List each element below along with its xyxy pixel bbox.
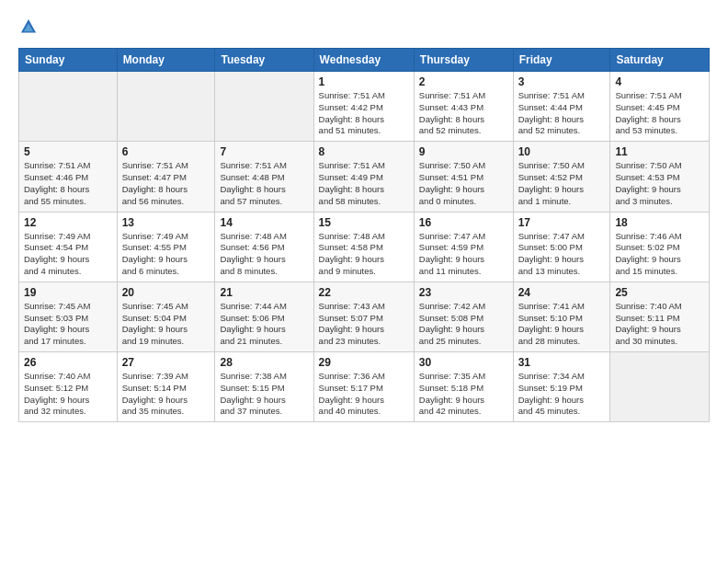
calendar-cell: 18Sunrise: 7:46 AM Sunset: 5:02 PM Dayli… [610, 212, 710, 282]
calendar-cell: 6Sunrise: 7:51 AM Sunset: 4:47 PM Daylig… [117, 142, 215, 212]
day-number: 2 [419, 75, 508, 88]
day-info: Sunrise: 7:39 AM Sunset: 5:14 PM Dayligh… [122, 371, 210, 418]
day-info: Sunrise: 7:48 AM Sunset: 4:56 PM Dayligh… [220, 231, 308, 278]
day-info: Sunrise: 7:50 AM Sunset: 4:51 PM Dayligh… [419, 160, 508, 207]
day-info: Sunrise: 7:51 AM Sunset: 4:43 PM Dayligh… [419, 90, 508, 137]
page: SundayMondayTuesdayWednesdayThursdayFrid… [0, 0, 728, 433]
day-info: Sunrise: 7:46 AM Sunset: 5:02 PM Dayligh… [615, 231, 704, 278]
day-info: Sunrise: 7:51 AM Sunset: 4:49 PM Dayligh… [319, 160, 409, 207]
calendar-cell: 3Sunrise: 7:51 AM Sunset: 4:44 PM Daylig… [513, 72, 610, 142]
calendar-cell: 5Sunrise: 7:51 AM Sunset: 4:46 PM Daylig… [19, 142, 118, 212]
header [18, 17, 710, 37]
day-info: Sunrise: 7:48 AM Sunset: 4:58 PM Dayligh… [319, 231, 409, 278]
calendar-cell: 1Sunrise: 7:51 AM Sunset: 4:42 PM Daylig… [313, 72, 414, 142]
day-number: 5 [24, 145, 112, 158]
day-info: Sunrise: 7:45 AM Sunset: 5:04 PM Dayligh… [122, 301, 210, 348]
calendar-cell: 7Sunrise: 7:51 AM Sunset: 4:48 PM Daylig… [215, 142, 313, 212]
day-number: 23 [419, 286, 508, 299]
calendar-cell: 16Sunrise: 7:47 AM Sunset: 4:59 PM Dayli… [414, 212, 513, 282]
day-number: 11 [615, 145, 704, 158]
calendar-week-row: 12Sunrise: 7:49 AM Sunset: 4:54 PM Dayli… [19, 212, 710, 282]
logo-icon [18, 17, 39, 37]
day-of-week-header: Wednesday [313, 49, 414, 72]
day-info: Sunrise: 7:44 AM Sunset: 5:06 PM Dayligh… [220, 301, 308, 348]
day-info: Sunrise: 7:35 AM Sunset: 5:18 PM Dayligh… [419, 371, 508, 418]
day-number: 15 [319, 216, 409, 229]
day-number: 10 [518, 145, 606, 158]
calendar: SundayMondayTuesdayWednesdayThursdayFrid… [18, 48, 710, 422]
day-number: 14 [220, 216, 308, 229]
calendar-cell: 25Sunrise: 7:40 AM Sunset: 5:11 PM Dayli… [610, 282, 710, 351]
day-number: 1 [319, 75, 409, 88]
day-info: Sunrise: 7:50 AM Sunset: 4:53 PM Dayligh… [615, 160, 704, 207]
day-number: 28 [220, 356, 308, 369]
calendar-cell [19, 72, 118, 142]
day-number: 4 [615, 75, 704, 88]
day-number: 31 [518, 356, 606, 369]
day-info: Sunrise: 7:40 AM Sunset: 5:12 PM Dayligh… [24, 371, 112, 418]
calendar-cell: 2Sunrise: 7:51 AM Sunset: 4:43 PM Daylig… [414, 72, 513, 142]
day-info: Sunrise: 7:51 AM Sunset: 4:45 PM Dayligh… [615, 90, 704, 137]
calendar-cell: 30Sunrise: 7:35 AM Sunset: 5:18 PM Dayli… [414, 352, 513, 422]
calendar-cell: 11Sunrise: 7:50 AM Sunset: 4:53 PM Dayli… [610, 142, 710, 212]
calendar-week-row: 5Sunrise: 7:51 AM Sunset: 4:46 PM Daylig… [19, 142, 710, 212]
calendar-cell: 10Sunrise: 7:50 AM Sunset: 4:52 PM Dayli… [513, 142, 610, 212]
day-info: Sunrise: 7:41 AM Sunset: 5:10 PM Dayligh… [518, 301, 606, 348]
day-number: 7 [220, 145, 308, 158]
day-info: Sunrise: 7:38 AM Sunset: 5:15 PM Dayligh… [220, 371, 308, 418]
calendar-cell: 14Sunrise: 7:48 AM Sunset: 4:56 PM Dayli… [215, 212, 313, 282]
calendar-cell: 26Sunrise: 7:40 AM Sunset: 5:12 PM Dayli… [19, 352, 118, 422]
day-number: 22 [319, 286, 409, 299]
day-info: Sunrise: 7:47 AM Sunset: 4:59 PM Dayligh… [419, 231, 508, 278]
day-number: 12 [24, 216, 112, 229]
day-number: 24 [518, 286, 606, 299]
calendar-cell: 22Sunrise: 7:43 AM Sunset: 5:07 PM Dayli… [313, 282, 414, 351]
day-number: 16 [419, 216, 508, 229]
day-number: 19 [24, 286, 112, 299]
calendar-cell: 23Sunrise: 7:42 AM Sunset: 5:08 PM Dayli… [414, 282, 513, 351]
calendar-week-row: 26Sunrise: 7:40 AM Sunset: 5:12 PM Dayli… [19, 352, 710, 422]
day-info: Sunrise: 7:49 AM Sunset: 4:54 PM Dayligh… [24, 231, 112, 278]
day-info: Sunrise: 7:43 AM Sunset: 5:07 PM Dayligh… [319, 301, 409, 348]
day-of-week-header: Sunday [19, 49, 118, 72]
day-number: 20 [122, 286, 210, 299]
calendar-cell: 24Sunrise: 7:41 AM Sunset: 5:10 PM Dayli… [513, 282, 610, 351]
day-info: Sunrise: 7:51 AM Sunset: 4:48 PM Dayligh… [220, 160, 308, 207]
day-number: 21 [220, 286, 308, 299]
calendar-cell [610, 352, 710, 422]
day-info: Sunrise: 7:36 AM Sunset: 5:17 PM Dayligh… [319, 371, 409, 418]
calendar-cell: 20Sunrise: 7:45 AM Sunset: 5:04 PM Dayli… [117, 282, 215, 351]
day-info: Sunrise: 7:50 AM Sunset: 4:52 PM Dayligh… [518, 160, 606, 207]
day-of-week-header: Tuesday [215, 49, 313, 72]
calendar-cell [215, 72, 313, 142]
calendar-cell: 27Sunrise: 7:39 AM Sunset: 5:14 PM Dayli… [117, 352, 215, 422]
day-of-week-header: Monday [117, 49, 215, 72]
day-info: Sunrise: 7:51 AM Sunset: 4:42 PM Dayligh… [319, 90, 409, 137]
day-of-week-header: Thursday [414, 49, 513, 72]
calendar-cell: 9Sunrise: 7:50 AM Sunset: 4:51 PM Daylig… [414, 142, 513, 212]
calendar-cell [117, 72, 215, 142]
calendar-cell: 28Sunrise: 7:38 AM Sunset: 5:15 PM Dayli… [215, 352, 313, 422]
day-number: 18 [615, 216, 704, 229]
day-info: Sunrise: 7:47 AM Sunset: 5:00 PM Dayligh… [518, 231, 606, 278]
day-number: 25 [615, 286, 704, 299]
day-number: 30 [419, 356, 508, 369]
calendar-cell: 31Sunrise: 7:34 AM Sunset: 5:19 PM Dayli… [513, 352, 610, 422]
day-number: 27 [122, 356, 210, 369]
day-number: 3 [518, 75, 606, 88]
day-info: Sunrise: 7:49 AM Sunset: 4:55 PM Dayligh… [122, 231, 210, 278]
calendar-week-row: 19Sunrise: 7:45 AM Sunset: 5:03 PM Dayli… [19, 282, 710, 351]
day-of-week-header: Saturday [610, 49, 710, 72]
calendar-cell: 17Sunrise: 7:47 AM Sunset: 5:00 PM Dayli… [513, 212, 610, 282]
day-info: Sunrise: 7:42 AM Sunset: 5:08 PM Dayligh… [419, 301, 508, 348]
calendar-cell: 19Sunrise: 7:45 AM Sunset: 5:03 PM Dayli… [19, 282, 118, 351]
day-info: Sunrise: 7:51 AM Sunset: 4:46 PM Dayligh… [24, 160, 112, 207]
day-of-week-header: Friday [513, 49, 610, 72]
calendar-cell: 15Sunrise: 7:48 AM Sunset: 4:58 PM Dayli… [313, 212, 414, 282]
calendar-cell: 8Sunrise: 7:51 AM Sunset: 4:49 PM Daylig… [313, 142, 414, 212]
calendar-week-row: 1Sunrise: 7:51 AM Sunset: 4:42 PM Daylig… [19, 72, 710, 142]
day-number: 9 [419, 145, 508, 158]
day-number: 8 [319, 145, 409, 158]
calendar-header-row: SundayMondayTuesdayWednesdayThursdayFrid… [19, 49, 710, 72]
day-number: 17 [518, 216, 606, 229]
